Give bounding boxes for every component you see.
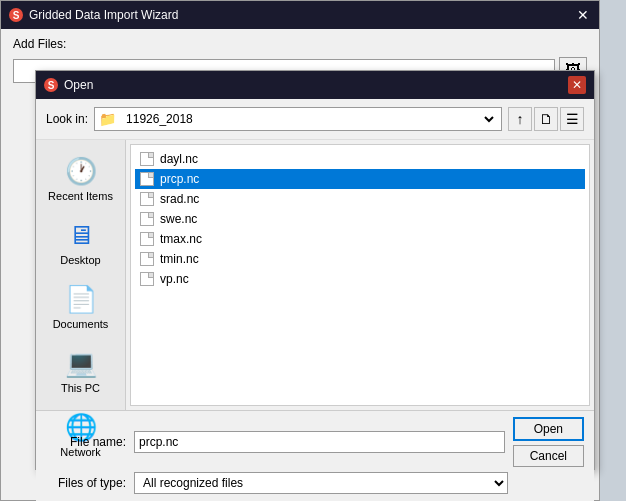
wizard-logo-icon: S	[9, 8, 23, 22]
dialog-logo-icon: S	[44, 78, 58, 92]
filename-row: File name: Open Cancel	[46, 417, 584, 467]
desktop-icon: 🖥	[68, 220, 94, 251]
new-folder-button[interactable]: 🗋	[534, 107, 558, 131]
nav-up-button[interactable]: ↑	[508, 107, 532, 131]
file-list-area[interactable]: dayl.ncprcp.ncsrad.ncswe.nctmax.nctmin.n…	[130, 144, 590, 406]
sidebar-item-recent-items[interactable]: 🕐 Recent Items	[41, 150, 121, 208]
look-in-dropdown[interactable]: 11926_2018	[122, 111, 497, 127]
sidebar-item-desktop-label: Desktop	[60, 254, 100, 266]
sidebar-item-recent-items-label: Recent Items	[48, 190, 113, 202]
this-pc-icon: 💻	[65, 348, 97, 379]
dialog-title-left: S Open	[44, 78, 93, 92]
file-name-label: swe.nc	[160, 212, 197, 226]
dialog-title: Open	[64, 78, 93, 92]
file-item[interactable]: tmax.nc	[135, 229, 585, 249]
filetype-row: Files of type: All recognized files	[46, 472, 584, 494]
sidebar-item-desktop[interactable]: 🖥 Desktop	[41, 214, 121, 272]
open-cancel-buttons: Open Cancel	[513, 417, 584, 467]
file-item[interactable]: tmin.nc	[135, 249, 585, 269]
look-in-select-container[interactable]: 📁 11926_2018	[94, 107, 502, 131]
file-item[interactable]: vp.nc	[135, 269, 585, 289]
file-item[interactable]: srad.nc	[135, 189, 585, 209]
file-type-icon	[140, 172, 154, 186]
folder-icon: 📁	[99, 111, 116, 127]
filename-input[interactable]	[134, 431, 505, 453]
sidebar-item-this-pc-label: This PC	[61, 382, 100, 394]
wizard-title: Gridded Data Import Wizard	[29, 8, 178, 22]
file-name-label: tmin.nc	[160, 252, 199, 266]
recent-items-icon: 🕐	[65, 156, 97, 187]
wizard-titlebar: S Gridded Data Import Wizard ✕	[1, 1, 599, 29]
sidebar-item-this-pc[interactable]: 💻 This PC	[41, 342, 121, 400]
file-name-label: srad.nc	[160, 192, 199, 206]
documents-icon: 📄	[65, 284, 97, 315]
file-type-icon	[140, 272, 154, 286]
open-dialog: S Open ✕ Look in: 📁 11926_2018 ↑ 🗋 ☰ 🕐 R…	[35, 70, 595, 470]
file-name-label: dayl.nc	[160, 152, 198, 166]
file-type-icon	[140, 212, 154, 226]
sidebar-item-documents[interactable]: 📄 Documents	[41, 278, 121, 336]
sidebar: 🕐 Recent Items 🖥 Desktop 📄 Documents 💻 T…	[36, 140, 126, 410]
wizard-close-button[interactable]: ✕	[575, 7, 591, 23]
sidebar-item-documents-label: Documents	[53, 318, 109, 330]
file-type-icon	[140, 192, 154, 206]
file-name-label: vp.nc	[160, 272, 189, 286]
filetype-dropdown[interactable]: All recognized files	[134, 472, 508, 494]
file-item[interactable]: dayl.nc	[135, 149, 585, 169]
file-name-label: prcp.nc	[160, 172, 199, 186]
open-button[interactable]: Open	[513, 417, 584, 441]
look-in-row: Look in: 📁 11926_2018 ↑ 🗋 ☰	[36, 99, 594, 140]
file-type-icon	[140, 152, 154, 166]
view-toggle-button[interactable]: ☰	[560, 107, 584, 131]
look-in-label: Look in:	[46, 112, 88, 126]
dialog-titlebar: S Open ✕	[36, 71, 594, 99]
dialog-content: 🕐 Recent Items 🖥 Desktop 📄 Documents 💻 T…	[36, 140, 594, 410]
add-files-label: Add Files:	[13, 37, 587, 51]
filename-label: File name:	[46, 435, 126, 449]
wizard-title-left: S Gridded Data Import Wizard	[9, 8, 178, 22]
file-type-icon	[140, 232, 154, 246]
cancel-button[interactable]: Cancel	[513, 445, 584, 467]
file-item[interactable]: swe.nc	[135, 209, 585, 229]
file-item[interactable]: prcp.nc	[135, 169, 585, 189]
file-name-label: tmax.nc	[160, 232, 202, 246]
file-type-icon	[140, 252, 154, 266]
dialog-close-button[interactable]: ✕	[568, 76, 586, 94]
filetype-label: Files of type:	[46, 476, 126, 490]
toolbar-buttons: ↑ 🗋 ☰	[508, 107, 584, 131]
